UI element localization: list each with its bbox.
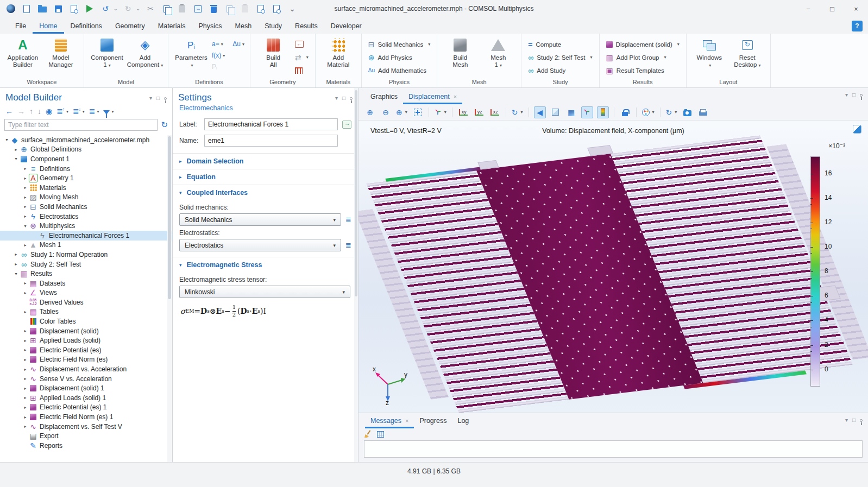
snapshot-button[interactable] xyxy=(681,106,693,118)
name-input[interactable] xyxy=(204,135,338,147)
filter-funnel-button[interactable]: ▾ xyxy=(103,108,114,115)
filter-input[interactable] xyxy=(4,119,158,131)
menu-developer[interactable]: Developer xyxy=(324,20,368,34)
copy-as-image-icon[interactable] xyxy=(224,3,235,14)
model-manager-button[interactable]: ModelManager xyxy=(42,36,79,68)
redo-icon[interactable]: ↻ xyxy=(123,3,134,14)
tab-displacement[interactable]: Displacement× xyxy=(403,90,462,104)
tree-item[interactable]: ▸Electric Potential (es) 1 xyxy=(0,403,172,413)
view-xz-button[interactable]: xz xyxy=(489,106,501,118)
section-electromagnetic-stress[interactable]: ▾Electromagnetic Stress xyxy=(173,257,358,273)
tree-item[interactable]: ▸AGeometry 1 xyxy=(0,173,172,183)
tree-item[interactable]: ▸⊞Applied Loads (solid) 1 xyxy=(0,393,172,403)
expander-icon[interactable]: ▸ xyxy=(22,405,29,410)
tree-item[interactable]: Color Tables xyxy=(0,317,172,326)
help-button[interactable]: ? xyxy=(852,21,863,31)
scene-light-button[interactable]: ◀ xyxy=(534,106,546,118)
compute-button[interactable]: =Compute xyxy=(526,39,594,49)
pin-panel-icon[interactable] xyxy=(350,97,353,100)
panel-menu-icon[interactable]: ▾ xyxy=(149,95,152,101)
go-to-view-button[interactable]: ▾ xyxy=(434,106,447,118)
new-file-icon[interactable] xyxy=(21,3,32,14)
electrostatics-select[interactable]: Electrostatics▾ xyxy=(179,239,341,251)
detach-plot-icon[interactable] xyxy=(853,125,861,134)
show-toggle-icon[interactable]: ◉ xyxy=(46,107,52,116)
tree-item[interactable]: ✎Reports xyxy=(0,441,172,451)
float-panel-icon[interactable]: □ xyxy=(156,95,160,101)
tree-item[interactable]: ▸⊕Global Definitions xyxy=(0,145,172,155)
tree-item[interactable]: ▸Displacement (solid) xyxy=(0,326,172,336)
maximize-button[interactable]: □ xyxy=(820,0,844,17)
tree-item[interactable]: ▸▨Moving Mesh xyxy=(0,193,172,203)
axis-orientation-button[interactable] xyxy=(581,106,593,118)
tab-log[interactable]: Log xyxy=(452,414,474,428)
functions-button[interactable]: f(x)▾ xyxy=(212,52,225,59)
wireframe-button[interactable]: ▦ xyxy=(565,106,577,118)
physics-interface-select[interactable]: ⊟Solid Mechanics▾ xyxy=(366,39,432,49)
minimize-button[interactable]: − xyxy=(796,0,820,17)
color-legend-button[interactable] xyxy=(597,106,609,118)
forward-button[interactable]: → xyxy=(17,107,25,116)
dropdown-caret-icon[interactable]: ⌄ xyxy=(114,6,118,11)
menu-definitions[interactable]: Definitions xyxy=(64,20,109,34)
label-input[interactable] xyxy=(204,118,338,130)
expander-icon[interactable]: ▸ xyxy=(22,347,29,352)
move-up-button[interactable]: ↑ xyxy=(29,107,33,116)
mesh-1-button[interactable]: Mesh1▾ xyxy=(480,36,517,69)
add-plot-group-button[interactable]: ▥Add Plot Group▾ xyxy=(604,52,682,62)
move-down-button[interactable]: ↓ xyxy=(37,107,41,116)
tab-progress[interactable]: Progress xyxy=(414,414,452,428)
tab-messages[interactable]: Messages× xyxy=(365,414,414,428)
solid-mechanics-select[interactable]: Solid Mechanics▾ xyxy=(179,213,341,226)
view-xy-button[interactable]: xy xyxy=(457,106,469,118)
tree-item[interactable]: ▸⊞Applied Loads (solid) xyxy=(0,336,172,345)
expander-icon[interactable]: ▸ xyxy=(22,395,29,400)
save-as-icon[interactable] xyxy=(68,3,79,14)
nonlocal-couplings-button[interactable]: Δu▾ xyxy=(232,40,244,48)
build-all-button[interactable]: BuildAll xyxy=(255,36,292,68)
result-templates-button[interactable]: ▣Result Templates xyxy=(604,65,682,75)
rotate-view-button[interactable]: ↻▾ xyxy=(511,106,524,118)
tree-item[interactable]: ▾Component 1 xyxy=(0,154,172,164)
add-physics-button[interactable]: ⊛Add Physics xyxy=(366,52,432,62)
section-coupled-interfaces[interactable]: ▾Coupled Interfaces xyxy=(173,185,358,200)
expander-icon[interactable]: ▸ xyxy=(22,309,29,314)
menu-materials[interactable]: Materials xyxy=(152,20,192,34)
add-mathematics-button[interactable]: ΔuAdd Mathematics xyxy=(366,65,432,75)
expander-icon[interactable]: ▸ xyxy=(22,290,29,295)
tensor-select[interactable]: Minkowski▾ xyxy=(179,286,350,298)
tree-item[interactable]: ▤Export xyxy=(0,431,172,441)
update-plot-button[interactable]: ↻▾ xyxy=(665,106,678,118)
panel-menu-icon[interactable]: ▾ xyxy=(845,92,848,98)
run-icon[interactable] xyxy=(84,3,95,14)
expander-icon[interactable]: ▾ xyxy=(12,156,20,161)
component-1-button[interactable]: Component1▾ xyxy=(89,36,125,69)
expander-icon[interactable]: ▸ xyxy=(22,415,29,420)
windows-button[interactable]: Windows▾ xyxy=(691,36,728,69)
tree-item[interactable]: ▾▥Results xyxy=(0,269,172,279)
view-lock-button[interactable] xyxy=(619,106,631,118)
expander-icon[interactable]: ▸ xyxy=(22,328,29,333)
plot-group-select[interactable]: Displacement (solid)▾ xyxy=(604,39,682,49)
expander-icon[interactable]: ▸ xyxy=(22,185,29,190)
expand-all-button[interactable]: ≣↓▾ xyxy=(73,107,85,116)
tree-item[interactable]: ▾⊛Multiphysics xyxy=(0,221,172,231)
pin-panel-icon[interactable] xyxy=(860,94,863,97)
clear-messages-icon[interactable] xyxy=(364,430,372,438)
zoom-in-button[interactable]: ⊕ xyxy=(364,106,376,118)
expander-icon[interactable]: ▾ xyxy=(12,271,20,276)
expander-icon[interactable]: ▾ xyxy=(22,224,29,229)
tree-item[interactable]: ▸Electric Potential (es) xyxy=(0,345,172,355)
menu-geometry[interactable]: Geometry xyxy=(109,20,152,34)
refresh-filter-icon[interactable]: ↻ xyxy=(161,120,168,130)
cut-icon[interactable]: ✂ xyxy=(145,3,156,14)
collapse-all-button[interactable]: ≣↑▾ xyxy=(56,107,68,116)
tree-item[interactable]: ϟElectromechanical Forces 1 xyxy=(0,231,172,241)
tree-item[interactable]: ▸∿Displacement vs. Self Test V xyxy=(0,422,172,432)
tree-item[interactable]: ▸Electric Field Norm (es) 1 xyxy=(0,412,172,422)
rename-button[interactable] xyxy=(342,121,351,129)
close-button[interactable]: × xyxy=(844,0,868,17)
copy-icon[interactable] xyxy=(161,3,172,14)
paste-special-icon[interactable] xyxy=(240,3,250,14)
pin-panel-icon[interactable] xyxy=(164,97,167,100)
